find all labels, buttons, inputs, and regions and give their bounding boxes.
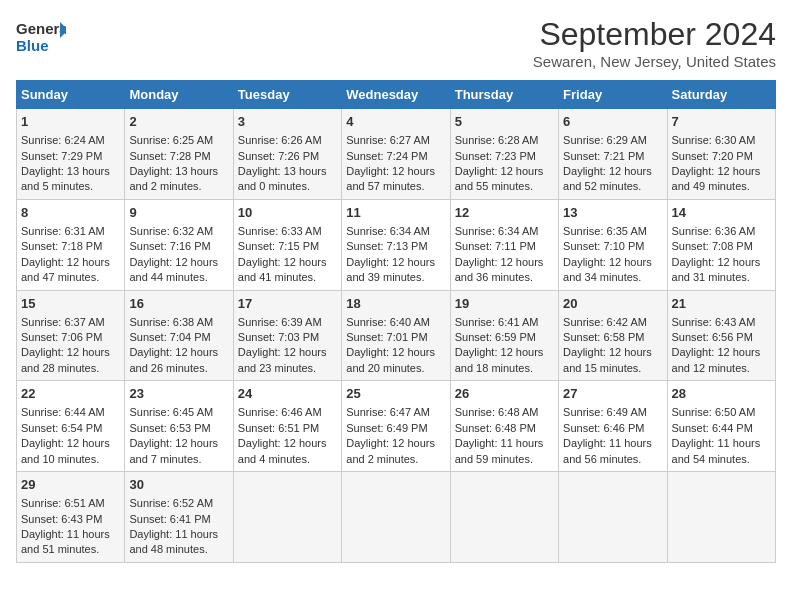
day-info-line: Daylight: 12 hours [238, 345, 337, 360]
day-number: 10 [238, 204, 337, 222]
day-info-line: Sunrise: 6:27 AM [346, 133, 445, 148]
day-cell: 17Sunrise: 6:39 AMSunset: 7:03 PMDayligh… [233, 290, 341, 381]
day-info-line: Sunrise: 6:47 AM [346, 405, 445, 420]
day-info-line: and 0 minutes. [238, 179, 337, 194]
day-number: 26 [455, 385, 554, 403]
day-info-line: Sunset: 7:24 PM [346, 149, 445, 164]
week-row-4: 22Sunrise: 6:44 AMSunset: 6:54 PMDayligh… [17, 381, 776, 472]
day-info-line: and 4 minutes. [238, 452, 337, 467]
day-info-line: Daylight: 12 hours [455, 255, 554, 270]
day-info-line: Sunset: 6:48 PM [455, 421, 554, 436]
day-info-line: Sunset: 6:44 PM [672, 421, 771, 436]
day-number: 21 [672, 295, 771, 313]
day-info-line: Sunrise: 6:40 AM [346, 315, 445, 330]
day-info-line: Sunset: 7:10 PM [563, 239, 662, 254]
day-info-line: Sunrise: 6:26 AM [238, 133, 337, 148]
day-info-line: Sunset: 7:28 PM [129, 149, 228, 164]
day-number: 27 [563, 385, 662, 403]
day-info-line: Sunset: 6:59 PM [455, 330, 554, 345]
day-info-line: Sunset: 6:49 PM [346, 421, 445, 436]
logo: General Blue [16, 16, 66, 58]
svg-text:General: General [16, 20, 66, 37]
day-info-line: Daylight: 11 hours [21, 527, 120, 542]
day-info-line: and 26 minutes. [129, 361, 228, 376]
day-info-line: Daylight: 11 hours [672, 436, 771, 451]
day-info-line: Daylight: 13 hours [129, 164, 228, 179]
day-number: 18 [346, 295, 445, 313]
day-cell: 12Sunrise: 6:34 AMSunset: 7:11 PMDayligh… [450, 199, 558, 290]
day-cell: 10Sunrise: 6:33 AMSunset: 7:15 PMDayligh… [233, 199, 341, 290]
day-info-line: and 31 minutes. [672, 270, 771, 285]
day-info-line: Sunset: 6:56 PM [672, 330, 771, 345]
day-info-line: Daylight: 13 hours [21, 164, 120, 179]
day-info-line: Sunrise: 6:39 AM [238, 315, 337, 330]
day-cell: 21Sunrise: 6:43 AMSunset: 6:56 PMDayligh… [667, 290, 775, 381]
day-info-line: Sunset: 7:20 PM [672, 149, 771, 164]
day-cell: 24Sunrise: 6:46 AMSunset: 6:51 PMDayligh… [233, 381, 341, 472]
day-info-line: and 49 minutes. [672, 179, 771, 194]
day-info-line: Sunset: 7:23 PM [455, 149, 554, 164]
day-cell [667, 472, 775, 563]
day-info-line: and 52 minutes. [563, 179, 662, 194]
day-info-line: Daylight: 12 hours [238, 255, 337, 270]
day-cell: 16Sunrise: 6:38 AMSunset: 7:04 PMDayligh… [125, 290, 233, 381]
day-info-line: and 15 minutes. [563, 361, 662, 376]
day-info-line: and 5 minutes. [21, 179, 120, 194]
day-cell: 3Sunrise: 6:26 AMSunset: 7:26 PMDaylight… [233, 109, 341, 200]
day-info-line: Sunset: 6:54 PM [21, 421, 120, 436]
month-title: September 2024 [533, 16, 776, 53]
day-cell: 7Sunrise: 6:30 AMSunset: 7:20 PMDaylight… [667, 109, 775, 200]
day-cell: 25Sunrise: 6:47 AMSunset: 6:49 PMDayligh… [342, 381, 450, 472]
day-info-line: Sunset: 7:29 PM [21, 149, 120, 164]
day-info-line: Daylight: 12 hours [129, 345, 228, 360]
day-info-line: Sunset: 7:21 PM [563, 149, 662, 164]
day-number: 2 [129, 113, 228, 131]
day-info-line: Sunrise: 6:29 AM [563, 133, 662, 148]
day-cell [559, 472, 667, 563]
day-cell: 15Sunrise: 6:37 AMSunset: 7:06 PMDayligh… [17, 290, 125, 381]
day-number: 22 [21, 385, 120, 403]
day-info-line: Daylight: 12 hours [563, 345, 662, 360]
day-info-line: Sunset: 7:04 PM [129, 330, 228, 345]
day-info-line: Daylight: 12 hours [563, 255, 662, 270]
day-info-line: Sunset: 6:43 PM [21, 512, 120, 527]
day-cell: 30Sunrise: 6:52 AMSunset: 6:41 PMDayligh… [125, 472, 233, 563]
day-cell: 13Sunrise: 6:35 AMSunset: 7:10 PMDayligh… [559, 199, 667, 290]
column-header-tuesday: Tuesday [233, 81, 341, 109]
day-info-line: and 56 minutes. [563, 452, 662, 467]
day-info-line: Sunset: 6:58 PM [563, 330, 662, 345]
day-info-line: Daylight: 12 hours [129, 436, 228, 451]
svg-text:Blue: Blue [16, 37, 49, 54]
day-info-line: Sunrise: 6:25 AM [129, 133, 228, 148]
day-info-line: Sunset: 6:51 PM [238, 421, 337, 436]
day-info-line: Daylight: 11 hours [129, 527, 228, 542]
day-info-line: Daylight: 11 hours [563, 436, 662, 451]
day-cell: 18Sunrise: 6:40 AMSunset: 7:01 PMDayligh… [342, 290, 450, 381]
day-info-line: Sunrise: 6:46 AM [238, 405, 337, 420]
day-cell [450, 472, 558, 563]
day-info-line: Daylight: 12 hours [21, 436, 120, 451]
day-number: 25 [346, 385, 445, 403]
day-info-line: Daylight: 12 hours [672, 255, 771, 270]
day-info-line: and 18 minutes. [455, 361, 554, 376]
day-number: 1 [21, 113, 120, 131]
day-info-line: Sunset: 7:08 PM [672, 239, 771, 254]
day-info-line: Sunset: 7:26 PM [238, 149, 337, 164]
day-number: 28 [672, 385, 771, 403]
day-number: 17 [238, 295, 337, 313]
day-info-line: Sunrise: 6:24 AM [21, 133, 120, 148]
day-info-line: and 2 minutes. [346, 452, 445, 467]
day-cell: 9Sunrise: 6:32 AMSunset: 7:16 PMDaylight… [125, 199, 233, 290]
day-info-line: Sunrise: 6:34 AM [346, 224, 445, 239]
day-info-line: Sunset: 6:41 PM [129, 512, 228, 527]
day-info-line: Sunrise: 6:28 AM [455, 133, 554, 148]
day-cell: 22Sunrise: 6:44 AMSunset: 6:54 PMDayligh… [17, 381, 125, 472]
column-header-sunday: Sunday [17, 81, 125, 109]
day-cell: 23Sunrise: 6:45 AMSunset: 6:53 PMDayligh… [125, 381, 233, 472]
day-info-line: Daylight: 11 hours [455, 436, 554, 451]
day-number: 4 [346, 113, 445, 131]
week-row-5: 29Sunrise: 6:51 AMSunset: 6:43 PMDayligh… [17, 472, 776, 563]
day-info-line: Sunset: 7:15 PM [238, 239, 337, 254]
day-info-line: Daylight: 12 hours [672, 345, 771, 360]
day-info-line: Sunrise: 6:33 AM [238, 224, 337, 239]
